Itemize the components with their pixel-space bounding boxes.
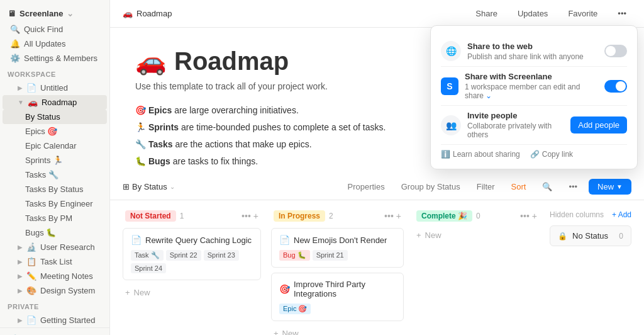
chevron-right-icon-gs: ▶ — [18, 317, 23, 324]
grid-icon: ⊞ — [123, 182, 130, 191]
sidebar-label-tasks-by-pm: Tasks By PM — [25, 213, 72, 223]
new-dropdown-arrow: ▼ — [616, 183, 623, 190]
col-add-icon[interactable]: + — [253, 211, 258, 221]
sidebar-item-user-research[interactable]: ▶ 🔬 User Research — [3, 240, 107, 254]
sidebar-label-epic-calendar: Epic Calendar — [25, 141, 77, 150]
share-screenlane-toggle[interactable] — [604, 80, 627, 93]
share-web-toggle[interactable] — [604, 45, 627, 57]
column-in-progress: In Progress 2 ••• + 📄 New Emojis Don't R… — [271, 210, 404, 335]
chevron-right-icon-ds: ▶ — [18, 287, 23, 294]
column-hidden: Hidden columns + Add 🔒 No Status 0 — [550, 210, 631, 246]
sidebar-label-epics: Epics 🎯 — [25, 127, 57, 136]
topbar: 🚗 Roadmap Share Updates Favorite ••• — [110, 0, 644, 28]
sidebar-label-tasks-by-status: Tasks By Status — [25, 185, 83, 194]
no-status-count: 0 — [619, 232, 623, 241]
col-more-icon-c[interactable]: ••• — [520, 211, 530, 221]
sidebar-item-meeting-notes[interactable]: ▶ ✏️ Meeting Notes — [3, 269, 107, 283]
sidebar-item-epics[interactable]: Epics 🎯 — [3, 124, 107, 139]
sidebar-item-design-system[interactable]: ▶ 🎨 Design System — [3, 283, 107, 298]
topbar-page-icon: 🚗 — [123, 9, 133, 18]
add-new-not-started[interactable]: + New — [123, 285, 261, 300]
view-selector[interactable]: ⊞ By Status ⌄ — [123, 182, 175, 191]
sidebar-item-sprints[interactable]: Sprints 🏃 — [3, 153, 107, 168]
sidebar-bottom: 📋 Templates + New page — [0, 327, 109, 335]
popup-row-screenlane: S Share with Screenlane 1 workspace memb… — [441, 67, 627, 106]
sidebar-label-untitled: Untitled — [40, 83, 68, 93]
col-title-not-started: Not Started — [125, 210, 176, 222]
add-new-complete[interactable]: + New — [414, 228, 540, 242]
add-col-button[interactable]: + Add — [612, 210, 631, 219]
card-rewrite-query[interactable]: 📄 Rewrite Query Caching Logic Task 🔧 Spr… — [123, 228, 261, 280]
sidebar-label-task-list: Task List — [40, 257, 72, 266]
new-button[interactable]: New ▼ — [589, 179, 631, 195]
app-name: Screenlane — [19, 9, 63, 18]
favorite-button[interactable]: Favorite — [563, 6, 602, 21]
sidebar-item-tasks[interactable]: Tasks 🔧 — [3, 168, 107, 182]
updates-button[interactable]: Updates — [513, 6, 553, 21]
popup-web-sub: Publish and share link with anyone — [467, 52, 598, 61]
share-popup: 🌐 Share to the web Publish and share lin… — [430, 25, 638, 169]
card-improve-integrations[interactable]: 🎯 Improve Third Party Integrations Epic … — [271, 273, 404, 321]
sidebar-item-tasks-by-status[interactable]: Tasks By Status — [3, 182, 107, 196]
sidebar-label-design-system: Design System — [40, 286, 95, 295]
col-add-icon-c[interactable]: + — [532, 211, 537, 221]
sidebar-item-task-list[interactable]: ▶ 📋 Task List — [3, 254, 107, 269]
sidebar-item-roadmap[interactable]: ▼ 🚗 Roadmap — [3, 95, 107, 110]
list-icon: 📋 — [26, 257, 36, 266]
kanban-board: Not Started 1 ••• + 📄 Rewrite Query Cach… — [110, 200, 644, 335]
share-button[interactable]: Share — [470, 6, 502, 21]
sidebar-item-by-status[interactable]: By Status — [3, 110, 107, 124]
learn-sharing-link[interactable]: ℹ️ Learn about sharing — [441, 150, 520, 159]
sidebar-item-bugs[interactable]: Bugs 🐛 — [3, 225, 107, 240]
new-label: New — [597, 182, 614, 191]
sidebar-item-tasks-by-pm[interactable]: Tasks By PM — [3, 211, 107, 225]
add-people-button[interactable]: Add people — [570, 116, 627, 133]
chevron-right-icon-ur: ▶ — [18, 244, 23, 251]
popup-invite-text: Invite people Collaborate privately with… — [467, 111, 564, 139]
sidebar-item-templates[interactable]: 📋 Templates — [3, 332, 107, 335]
add-new-in-progress[interactable]: + New — [271, 326, 404, 335]
sidebar-label-settings: Settings & Members — [24, 54, 97, 63]
private-section-label: PRIVATE — [0, 298, 109, 313]
tag-sprint23: Sprint 23 — [204, 250, 239, 261]
sidebar-item-untitled[interactable]: ▶ 📄 Untitled — [3, 81, 107, 95]
sidebar-label-tasks: Tasks 🔧 — [25, 170, 58, 179]
tag-bug: Bug 🐛 — [279, 250, 310, 261]
group-by-button[interactable]: Group by Status — [396, 179, 465, 194]
sidebar-label-all-updates: All Updates — [24, 39, 65, 48]
sidebar-item-epic-calendar[interactable]: Epic Calendar — [3, 139, 107, 153]
properties-button[interactable]: Properties — [342, 179, 389, 194]
popup-screenlane-title: Share with Screenlane — [465, 72, 598, 81]
tag-task: Task 🔧 — [131, 250, 164, 261]
copy-link-link[interactable]: 🔗 Copy link — [530, 150, 573, 159]
app-header[interactable]: 🖥 Screenlane ⌄ — [0, 5, 109, 22]
sidebar-item-settings[interactable]: ⚙️ Settings & Members — [3, 51, 107, 65]
sort-button[interactable]: Sort — [506, 179, 531, 194]
col-actions-not-started: ••• + — [242, 211, 258, 221]
more-options-button[interactable]: ••• — [564, 179, 582, 194]
screenlane-sub-link[interactable]: ⌄ — [486, 91, 492, 100]
popup-invite-sub: Collaborate privately with others — [467, 122, 564, 139]
search-button[interactable]: 🔍 🔍 — [537, 179, 557, 194]
sidebar-item-all-updates[interactable]: 🔔 All Updates — [3, 37, 107, 51]
microscope-icon: 🔬 — [26, 242, 36, 252]
sidebar-item-quick-find[interactable]: 🔍 Quick Find — [3, 22, 107, 37]
col-count-not-started: 1 — [180, 212, 184, 220]
col-more-icon-ip[interactable]: ••• — [384, 211, 394, 221]
card-tags-integrations: Epic 🎯 — [279, 304, 396, 314]
sidebar-item-tasks-by-engineer[interactable]: Tasks By Engineer — [3, 196, 107, 211]
col-more-icon[interactable]: ••• — [242, 211, 251, 221]
column-not-started: Not Started 1 ••• + 📄 Rewrite Query Cach… — [123, 210, 261, 300]
card-title-integrations: 🎯 Improve Third Party Integrations — [279, 280, 396, 298]
card-new-emojis[interactable]: 📄 New Emojis Don't Render Bug 🐛 Sprint 2… — [271, 228, 404, 268]
sidebar-item-getting-started[interactable]: ▶ 📄 Getting Started — [3, 313, 107, 327]
topbar-page-title: Roadmap — [136, 9, 172, 18]
popup-screenlane-sub: 1 workspace member can edit and share ⌄ — [465, 82, 598, 100]
app-icon: 🖥 — [8, 9, 16, 18]
view-label: By Status — [132, 182, 167, 191]
popup-web-text: Share to the web Publish and share link … — [467, 42, 598, 61]
col-add-icon-ip[interactable]: + — [396, 211, 401, 221]
filter-button[interactable]: Filter — [472, 179, 500, 194]
app-chevron: ⌄ — [67, 9, 74, 18]
more-button[interactable]: ••• — [613, 6, 631, 21]
